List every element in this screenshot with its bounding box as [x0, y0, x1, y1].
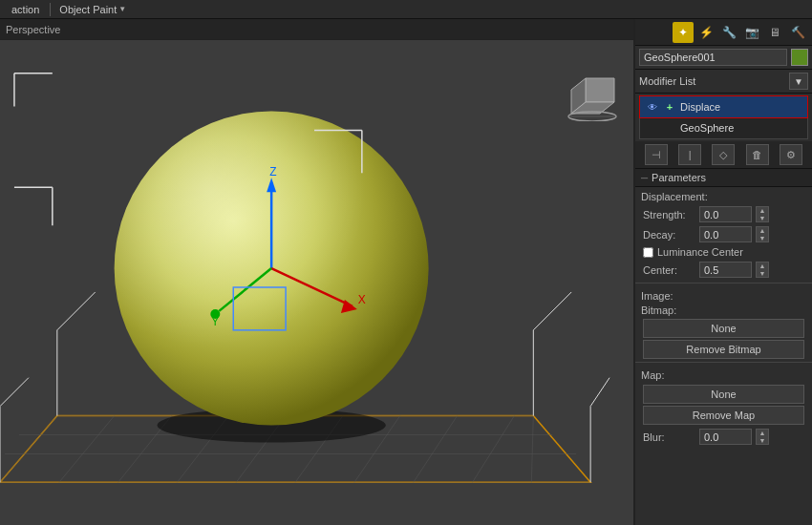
viewport-header: Perspective	[0, 19, 633, 40]
decay-input[interactable]	[699, 226, 752, 242]
viewport[interactable]: Perspective	[0, 19, 635, 525]
bitmap-none-btn[interactable]: None	[643, 319, 804, 338]
strength-up[interactable]: ▲	[757, 207, 768, 215]
params-title: Parameters	[652, 172, 706, 183]
mod-tool-show-end[interactable]: |	[678, 144, 701, 165]
panel-icon-hammer[interactable]: 🔨	[787, 22, 808, 43]
modifier-list-label: Modifier List	[639, 75, 789, 87]
mod-tool-configure[interactable]: ⚙	[780, 144, 802, 165]
remove-map-btn[interactable]: Remove Map	[643, 406, 804, 425]
decay-row: Decay: ▲ ▼	[635, 224, 812, 244]
svg-marker-43	[586, 78, 614, 102]
mod-tool-make-unique[interactable]: ◇	[712, 144, 735, 165]
decay-up[interactable]: ▲	[757, 227, 768, 235]
modifier-eye-icon: 👁	[646, 100, 659, 114]
svg-text:X: X	[358, 293, 366, 306]
modifier-displace-name: Displace	[680, 101, 720, 113]
object-name-input[interactable]	[639, 49, 787, 66]
decay-label: Decay:	[643, 229, 695, 241]
strength-input[interactable]	[699, 206, 752, 222]
divider-1	[635, 283, 812, 284]
menu-object-paint-label: Object Paint	[59, 4, 117, 15]
mod-tool-pin[interactable]: ⊣	[645, 144, 668, 165]
blur-row: Blur: ▲ ▼	[635, 427, 812, 447]
divider-2	[635, 362, 812, 363]
blur-up[interactable]: ▲	[757, 430, 768, 437]
luminance-center-label: Luminance Center	[657, 246, 743, 258]
strength-spinner[interactable]: ▲ ▼	[756, 206, 769, 222]
modifier-list-row: Modifier List ▼	[635, 70, 812, 94]
blur-input[interactable]	[699, 429, 752, 445]
params-header[interactable]: ─ Parameters	[635, 169, 812, 187]
strength-label: Strength:	[643, 209, 695, 220]
map-section-label: Map:	[635, 366, 812, 383]
luminance-center-checkbox[interactable]	[643, 247, 653, 258]
center-input[interactable]	[699, 262, 752, 278]
blur-label: Blur:	[643, 431, 695, 443]
strength-row: Strength: ▲ ▼	[635, 204, 812, 224]
scene-canvas: X Y Z	[0, 40, 633, 525]
menu-dropdown-arrow: ▼	[118, 5, 126, 13]
center-up[interactable]: ▲	[757, 262, 768, 270]
modifier-plus-icon: +	[663, 100, 676, 114]
modifier-displace[interactable]: 👁 + Displace	[640, 96, 807, 117]
main-content: Perspective	[0, 19, 812, 525]
cube-gizmo[interactable]	[566, 69, 624, 121]
image-section-label: Image:	[635, 286, 812, 304]
center-row: Center: ▲ ▼	[635, 260, 812, 280]
strength-down[interactable]: ▼	[757, 215, 768, 222]
remove-bitmap-btn[interactable]: Remove Bitmap	[643, 340, 804, 359]
panel-icon-star[interactable]: ✦	[673, 22, 694, 43]
modifier-stack: 👁 + Displace GeoSphere	[639, 95, 808, 139]
modifier-list-dropdown[interactable]: ▼	[789, 73, 808, 90]
svg-text:Y: Y	[211, 315, 219, 328]
object-color-swatch[interactable]	[791, 49, 808, 66]
blur-spinner[interactable]: ▲ ▼	[756, 429, 769, 445]
mod-tool-remove[interactable]: 🗑	[746, 144, 769, 165]
menu-action[interactable]: action	[4, 2, 47, 17]
displacement-section-label: Displacement:	[635, 187, 812, 204]
panel-icon-monitor[interactable]: 🖥	[764, 22, 785, 43]
modifier-geosphere[interactable]: GeoSphere	[640, 117, 807, 138]
panel-icon-camera[interactable]: 📷	[741, 22, 762, 43]
center-label: Center:	[643, 264, 695, 276]
luminance-center-row: Luminance Center	[635, 244, 812, 260]
modifier-geosphere-spacer	[646, 122, 659, 134]
params-collapse-btn: ─	[641, 173, 648, 183]
decay-spinner[interactable]: ▲ ▼	[756, 226, 769, 242]
cube-gizmo-svg	[566, 69, 624, 121]
scene-svg: X Y Z	[0, 40, 633, 525]
modifier-geosphere-spacer2	[663, 122, 676, 134]
menu-object-paint[interactable]: Object Paint ▼	[53, 2, 132, 17]
panel-icon-lightning[interactable]: ⚡	[695, 22, 716, 43]
center-spinner[interactable]: ▲ ▼	[756, 262, 769, 278]
decay-down[interactable]: ▼	[757, 235, 768, 242]
blur-down[interactable]: ▼	[757, 437, 768, 445]
params-panel: ─ Parameters Displacement: Strength: ▲ ▼…	[635, 169, 812, 525]
svg-text:Z: Z	[269, 165, 276, 178]
right-panel: ✦ ⚡ 🔧 📷 🖥 🔨 Modifier List ▼ 👁 + Displace	[635, 19, 812, 525]
modifier-toolbar: ⊣ | ◇ 🗑 ⚙	[635, 141, 812, 169]
viewport-label: Perspective	[6, 24, 60, 35]
center-down[interactable]: ▼	[757, 270, 768, 278]
panel-icon-wrench[interactable]: 🔧	[718, 22, 739, 43]
bitmap-label: Bitmap:	[635, 304, 812, 317]
menu-sep-1	[50, 3, 51, 16]
object-name-row	[635, 46, 812, 70]
modifier-geosphere-name: GeoSphere	[680, 122, 734, 134]
panel-top-icons: ✦ ⚡ 🔧 📷 🖥 🔨	[635, 19, 812, 46]
menu-bar: action Object Paint ▼	[0, 0, 812, 19]
map-none-btn[interactable]: None	[643, 385, 804, 404]
